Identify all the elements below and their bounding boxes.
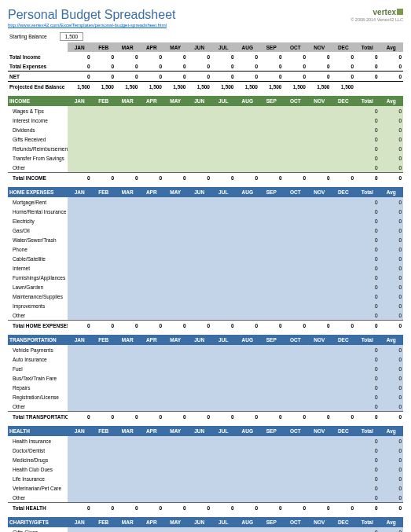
cell[interactable]: [140, 226, 164, 235]
cell[interactable]: [259, 254, 284, 263]
cell[interactable]: [332, 244, 356, 254]
cell[interactable]: [163, 153, 188, 163]
cell[interactable]: [116, 144, 140, 153]
cell[interactable]: [163, 254, 188, 263]
cell[interactable]: [92, 282, 116, 292]
cell[interactable]: [259, 364, 284, 373]
cell[interactable]: [68, 207, 92, 216]
cell[interactable]: [259, 292, 284, 301]
cell[interactable]: [236, 254, 260, 263]
cell[interactable]: [188, 125, 212, 134]
cell[interactable]: [140, 282, 164, 292]
cell[interactable]: [259, 301, 284, 310]
cell[interactable]: [284, 254, 308, 263]
cell[interactable]: [211, 527, 236, 532]
cell[interactable]: [68, 244, 92, 254]
cell[interactable]: [92, 292, 116, 301]
cell[interactable]: [163, 235, 188, 244]
cell[interactable]: [163, 207, 188, 216]
cell[interactable]: [211, 163, 236, 173]
cell[interactable]: [284, 383, 308, 392]
cell[interactable]: [116, 392, 140, 402]
cell[interactable]: [211, 493, 236, 503]
cell[interactable]: [188, 493, 212, 503]
cell[interactable]: [116, 197, 140, 207]
cell[interactable]: [307, 301, 332, 310]
cell[interactable]: [163, 446, 188, 455]
cell[interactable]: [284, 292, 308, 301]
cell[interactable]: [92, 244, 116, 254]
cell[interactable]: [140, 216, 164, 226]
cell[interactable]: [140, 292, 164, 301]
cell[interactable]: [188, 402, 212, 412]
cell[interactable]: [68, 373, 92, 383]
cell[interactable]: [259, 134, 284, 144]
cell[interactable]: [284, 354, 308, 364]
cell[interactable]: [332, 310, 356, 321]
cell[interactable]: [259, 163, 284, 173]
cell[interactable]: [116, 244, 140, 254]
cell[interactable]: [307, 235, 332, 244]
cell[interactable]: [236, 474, 260, 483]
cell[interactable]: [211, 402, 236, 412]
cell[interactable]: [332, 106, 356, 116]
cell[interactable]: [211, 474, 236, 483]
cell[interactable]: [259, 116, 284, 125]
cell[interactable]: [211, 446, 236, 455]
cell[interactable]: [92, 254, 116, 263]
cell[interactable]: [284, 207, 308, 216]
cell[interactable]: [188, 292, 212, 301]
cell[interactable]: [163, 373, 188, 383]
cell[interactable]: [307, 402, 332, 412]
cell[interactable]: [116, 263, 140, 273]
cell[interactable]: [163, 354, 188, 364]
cell[interactable]: [163, 263, 188, 273]
cell[interactable]: [92, 226, 116, 235]
cell[interactable]: [236, 282, 260, 292]
cell[interactable]: [236, 383, 260, 392]
cell[interactable]: [259, 106, 284, 116]
cell[interactable]: [163, 244, 188, 254]
cell[interactable]: [236, 345, 260, 354]
cell[interactable]: [92, 455, 116, 464]
cell[interactable]: [332, 373, 356, 383]
cell[interactable]: [140, 254, 164, 263]
cell[interactable]: [284, 197, 308, 207]
cell[interactable]: [163, 197, 188, 207]
cell[interactable]: [92, 436, 116, 446]
cell[interactable]: [68, 483, 92, 493]
cell[interactable]: [140, 455, 164, 464]
cell[interactable]: [188, 483, 212, 493]
cell[interactable]: [332, 163, 356, 173]
cell[interactable]: [68, 273, 92, 282]
cell[interactable]: [116, 310, 140, 321]
cell[interactable]: [116, 134, 140, 144]
cell[interactable]: [332, 436, 356, 446]
cell[interactable]: [284, 446, 308, 455]
cell[interactable]: [188, 345, 212, 354]
cell[interactable]: [140, 464, 164, 474]
cell[interactable]: [68, 292, 92, 301]
cell[interactable]: [332, 282, 356, 292]
cell[interactable]: [211, 254, 236, 263]
cell[interactable]: [236, 153, 260, 163]
cell[interactable]: [236, 527, 260, 532]
cell[interactable]: [140, 301, 164, 310]
cell[interactable]: [284, 373, 308, 383]
cell[interactable]: [307, 106, 332, 116]
cell[interactable]: [332, 474, 356, 483]
cell[interactable]: [140, 207, 164, 216]
cell[interactable]: [116, 483, 140, 493]
cell[interactable]: [68, 527, 92, 532]
cell[interactable]: [116, 292, 140, 301]
cell[interactable]: [68, 106, 92, 116]
cell[interactable]: [211, 436, 236, 446]
cell[interactable]: [307, 455, 332, 464]
cell[interactable]: [332, 354, 356, 364]
cell[interactable]: [236, 464, 260, 474]
cell[interactable]: [307, 493, 332, 503]
cell[interactable]: [259, 310, 284, 321]
cell[interactable]: [332, 527, 356, 532]
cell[interactable]: [116, 446, 140, 455]
cell[interactable]: [211, 116, 236, 125]
